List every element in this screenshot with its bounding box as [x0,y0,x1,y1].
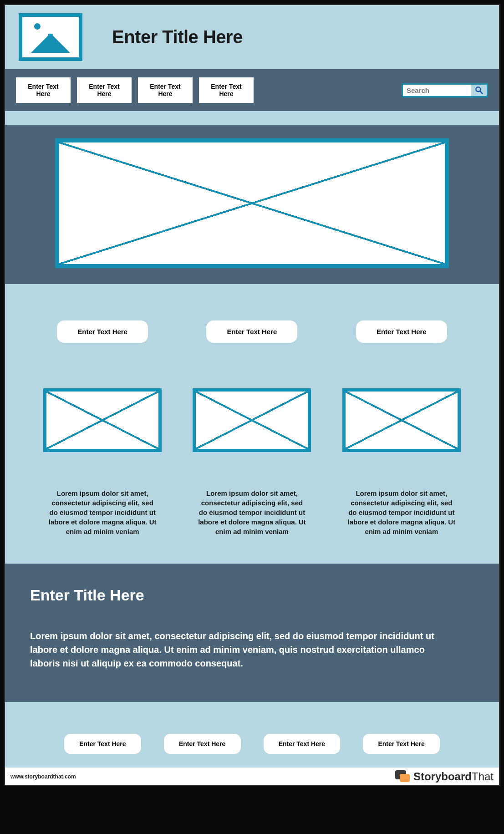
header: Enter Title Here [5,5,499,69]
footer-button-3[interactable]: Enter Text Here [264,734,341,754]
search-button[interactable] [471,85,487,96]
footer-button-row: Enter Text Here Enter Text Here Enter Te… [5,702,499,768]
card-image-placeholder-3[interactable] [342,388,461,452]
navbar: Enter Text Here Enter Text Here Enter Te… [5,69,499,111]
card-image-placeholder-1[interactable] [43,388,162,452]
hero-image-placeholder[interactable] [55,138,449,268]
nav-button-1[interactable]: Enter Text Here [16,77,71,103]
footer-button-1[interactable]: Enter Text Here [64,734,141,754]
search-input[interactable] [403,85,471,96]
hero-section [5,125,499,284]
cta-button-3[interactable]: Enter Text Here [356,320,447,343]
footer-button-4[interactable]: Enter Text Here [363,734,440,754]
card-text-2[interactable]: Lorem ipsum dolor sit amet, consectetur … [197,488,306,536]
cta-button-1[interactable]: Enter Text Here [57,320,148,343]
wireframe-canvas: Enter Title Here Enter Text Here Enter T… [4,4,500,786]
nav-button-4[interactable]: Enter Text Here [199,77,254,103]
brand-name-light: That [472,770,494,783]
mountain-icon [29,34,72,53]
image-icon [34,23,41,30]
spacer-band [5,111,499,125]
brand-logo: StoryboardThat [395,770,494,783]
section-body-text[interactable]: Lorem ipsum dolor sit amet, consectetur … [30,629,449,670]
site-url: www.storyboardthat.com [10,773,76,780]
svg-line-1 [480,92,483,94]
nav-button-2[interactable]: Enter Text Here [77,77,132,103]
card-text-3[interactable]: Lorem ipsum dolor sit amet, consectetur … [347,488,456,536]
search-icon [474,86,484,95]
brand-name-bold: Storyboard [413,770,472,783]
cta-button-2[interactable]: Enter Text Here [206,320,297,343]
info-section: Enter Title Here Lorem ipsum dolor sit a… [5,564,499,702]
card-image-placeholder-2[interactable] [193,388,311,452]
logo-image-placeholder[interactable] [19,13,82,61]
nav-button-3[interactable]: Enter Text Here [138,77,193,103]
search-box [402,83,488,97]
card-text-1[interactable]: Lorem ipsum dolor sit amet, consectetur … [48,488,157,536]
page-title[interactable]: Enter Title Here [112,27,243,47]
footer-button-2[interactable]: Enter Text Here [164,734,241,754]
three-column-section: Enter Text Here Enter Text Here Enter Te… [5,284,499,564]
section-title[interactable]: Enter Title Here [30,586,474,604]
speech-bubble-icon [395,770,410,783]
bottom-bar: www.storyboardthat.com StoryboardThat [5,768,499,785]
